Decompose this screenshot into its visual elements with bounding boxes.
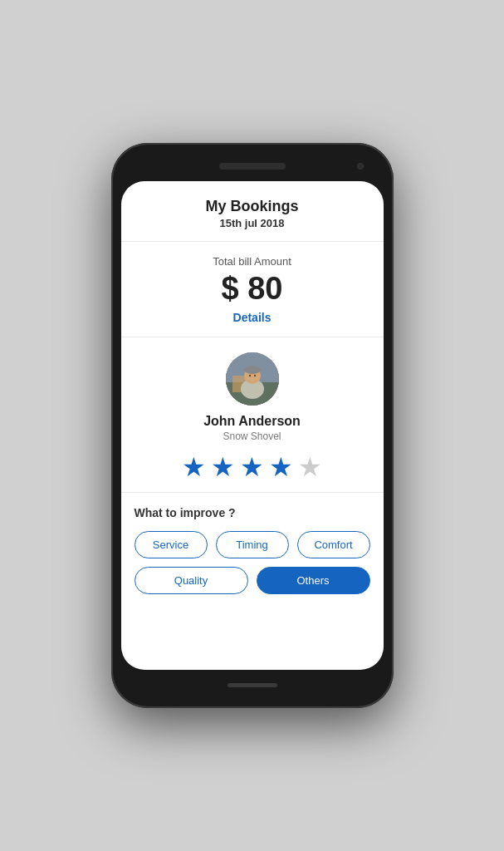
svg-point-7 xyxy=(253,375,255,376)
tags-row-1: Service Timing Comfort xyxy=(135,531,370,558)
page-title: My Bookings xyxy=(135,198,370,215)
camera-dot xyxy=(357,163,364,170)
phone-bottom-bar xyxy=(121,673,384,696)
star-1[interactable]: ★ xyxy=(182,454,206,480)
details-link[interactable]: Details xyxy=(233,311,272,324)
bill-section: Total bill Amount $ 80 Details xyxy=(121,242,384,337)
star-5[interactable]: ★ xyxy=(298,454,322,480)
star-2[interactable]: ★ xyxy=(211,454,235,480)
header-section: My Bookings 15th jul 2018 xyxy=(121,181,384,242)
improve-title: What to improve ? xyxy=(135,506,370,519)
star-3[interactable]: ★ xyxy=(240,454,264,480)
screen-content: My Bookings 15th jul 2018 Total bill Amo… xyxy=(121,181,384,614)
speaker-grille xyxy=(219,163,286,170)
phone-screen: My Bookings 15th jul 2018 Total bill Amo… xyxy=(121,181,384,670)
tag-timing[interactable]: Timing xyxy=(216,531,289,558)
svg-point-6 xyxy=(248,375,250,376)
tag-service[interactable]: Service xyxy=(135,531,208,558)
improve-section: What to improve ? Service Timing Comfort… xyxy=(121,493,384,614)
tag-quality[interactable]: Quality xyxy=(135,567,248,594)
bill-amount: $ 80 xyxy=(135,271,370,307)
provider-section: John Anderson Snow Shovel ★ ★ ★ ★ ★ xyxy=(121,337,384,493)
avatar-image xyxy=(226,352,279,406)
tags-row-2: Quality Others xyxy=(135,567,370,594)
home-indicator[interactable] xyxy=(228,683,277,687)
tag-others[interactable]: Others xyxy=(257,567,370,594)
avatar xyxy=(226,352,279,406)
stars-row: ★ ★ ★ ★ ★ xyxy=(135,454,370,480)
provider-service: Snow Shovel xyxy=(135,430,370,442)
phone-device: My Bookings 15th jul 2018 Total bill Amo… xyxy=(111,143,394,708)
page-date: 15th jul 2018 xyxy=(135,217,370,229)
provider-name: John Anderson xyxy=(135,414,370,429)
tag-comfort[interactable]: Comfort xyxy=(297,531,370,558)
bill-label: Total bill Amount xyxy=(135,255,370,268)
svg-point-5 xyxy=(244,366,261,374)
phone-top-bar xyxy=(121,155,384,178)
star-4[interactable]: ★ xyxy=(269,454,293,480)
